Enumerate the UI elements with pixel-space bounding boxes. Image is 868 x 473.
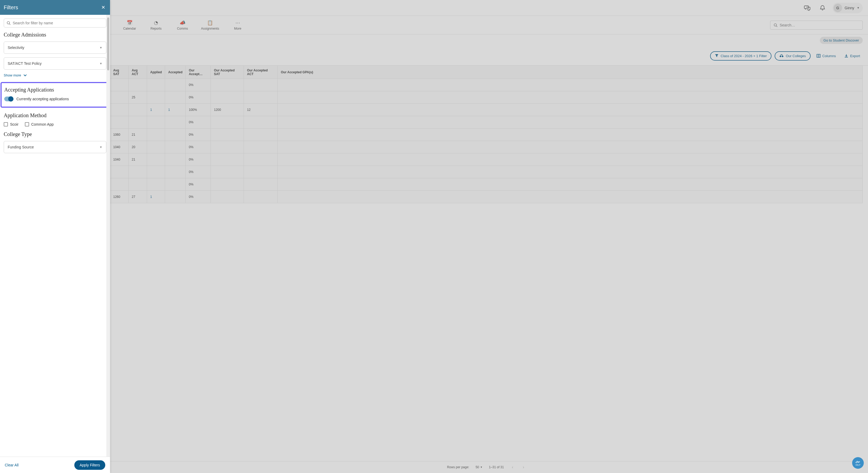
search-icon: [7, 21, 10, 25]
accepting-toggle[interactable]: [4, 96, 13, 101]
filters-panel: Filters ✕ College Admissions Selectivity…: [0, 0, 110, 473]
filters-title: Filters: [4, 4, 18, 10]
caret-down-icon: ▼: [99, 146, 102, 149]
filter-search[interactable]: [4, 19, 106, 28]
dropdown-test-policy-label: SAT/ACT Test Policy: [8, 61, 41, 66]
section-college-type: College Type: [4, 131, 106, 137]
filter-search-input[interactable]: [13, 21, 103, 25]
apply-filters-button[interactable]: Apply Filters: [74, 460, 105, 470]
svg-point-4: [7, 22, 9, 24]
dropdown-selectivity[interactable]: Selectivity ▼: [4, 41, 106, 54]
checkbox-box: [4, 122, 8, 126]
dropdown-funding-label: Funding Source: [8, 145, 34, 149]
infinity-icon: [855, 460, 861, 464]
checkbox-box: [25, 122, 29, 126]
caret-down-icon: ▼: [99, 46, 102, 49]
checkbox-scoir-label: Scoir: [10, 122, 19, 126]
panel-scrollbar[interactable]: [106, 15, 110, 456]
dropdown-selectivity-label: Selectivity: [8, 46, 24, 50]
filters-body: College Admissions Selectivity ▼ SAT/ACT…: [0, 15, 110, 456]
help-label: HELP: [856, 464, 860, 466]
toggle-row: Currently accepting applications: [4, 96, 106, 101]
help-fab[interactable]: HELP: [852, 457, 864, 469]
close-icon[interactable]: ✕: [100, 3, 106, 11]
section-accepting: Accepting Applications: [4, 87, 106, 93]
show-more-link[interactable]: Show more: [4, 73, 106, 77]
checkbox-common-label: Common App: [31, 122, 54, 126]
chevron-down-icon: [23, 74, 27, 77]
show-more-label: Show more: [4, 73, 21, 77]
clear-all-button[interactable]: Clear All: [5, 463, 19, 467]
checkbox-scoir[interactable]: Scoir: [4, 122, 19, 126]
method-checkbox-row: Scoir Common App: [4, 122, 106, 126]
caret-down-icon: ▼: [99, 62, 102, 65]
accepting-toggle-label: Currently accepting applications: [17, 97, 69, 101]
accepting-applications-highlight: Accepting Applications Currently accepti…: [1, 82, 110, 108]
section-college-admissions: College Admissions: [4, 32, 106, 38]
dropdown-test-policy[interactable]: SAT/ACT Test Policy ▼: [4, 57, 106, 69]
checkbox-common-app[interactable]: Common App: [25, 122, 54, 126]
modal-backdrop[interactable]: [0, 0, 868, 473]
section-method: Application Method: [4, 112, 106, 119]
filters-footer: Clear All Apply Filters: [0, 456, 110, 473]
dropdown-funding[interactable]: Funding Source ▼: [4, 141, 106, 153]
filters-header: Filters ✕: [0, 0, 110, 15]
